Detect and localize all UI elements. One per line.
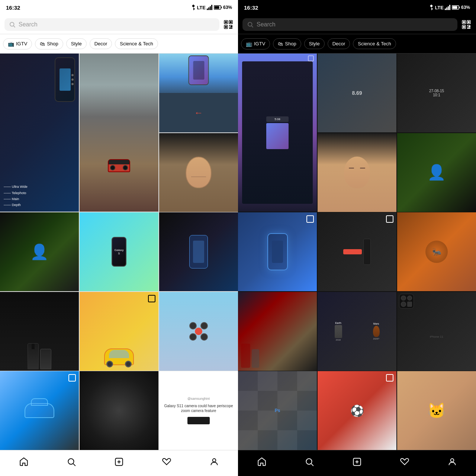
svg-line-8 [13, 26, 15, 27]
svg-rect-17 [229, 28, 232, 29]
shop-icon-right: 🛍 [278, 41, 283, 47]
grid-item-keyboard[interactable]: ← [159, 54, 238, 132]
svg-line-32 [251, 26, 253, 27]
pill-shop-right[interactable]: 🛍 Shop [273, 38, 301, 49]
search-input-right[interactable]: Search [242, 18, 457, 31]
nav-search-right[interactable] [302, 454, 317, 470]
nav-heart-right[interactable] [397, 454, 412, 470]
search-icon-left [9, 21, 16, 28]
nav-home-right[interactable] [254, 454, 270, 470]
main-label: Main [12, 197, 19, 201]
grid-item-galaxy-text[interactable]: @samsunghint Galaxy S11 camera could hav… [159, 371, 238, 450]
grid-item-samsung-galaxy[interactable]: GalaxyS [80, 212, 158, 291]
svg-point-47 [451, 459, 454, 462]
multi-badge-blue [306, 215, 314, 223]
nav-heart-left[interactable] [159, 454, 174, 470]
nav-add-right[interactable] [349, 454, 365, 470]
nav-profile-right[interactable] [444, 454, 460, 470]
search-bar-left: Search [0, 15, 238, 34]
grid-item-date-overlay[interactable]: 27-08-1510:1 [397, 54, 476, 132]
signal-icon [207, 5, 213, 10]
search-placeholder-right: Search [257, 21, 276, 28]
year-2019: 2019 [336, 339, 341, 341]
svg-rect-26 [448, 6, 449, 10]
grid-item-earth-mars[interactable]: Earth 2019 Mars 2029? [318, 292, 396, 371]
grid-item-car-outline[interactable] [0, 371, 79, 450]
svg-rect-10 [225, 21, 227, 23]
heart-icon-right [400, 457, 409, 467]
grid-item-drone[interactable] [159, 292, 238, 371]
search-bar-right: Search [238, 15, 476, 34]
search-input-left[interactable]: Search [4, 18, 219, 31]
search-nav-icon-left [67, 457, 76, 467]
signal-right: LTE [435, 5, 444, 10]
pill-style-right[interactable]: Style [304, 38, 325, 49]
svg-rect-38 [463, 26, 465, 28]
svg-rect-15 [229, 25, 230, 26]
svg-rect-27 [449, 5, 450, 10]
qr-icon-right[interactable] [461, 19, 472, 30]
grid-item-phone-dark[interactable]: ─── Ultra Wide ─── Telephoto ─── Main ──… [0, 54, 79, 212]
earth-label: Earth [335, 322, 341, 324]
grid-item-soccer[interactable]: ⚽ [318, 371, 396, 450]
grid-item-phone-xray[interactable] [159, 212, 238, 291]
svg-rect-36 [468, 21, 470, 23]
battery-text-right: 63% [461, 5, 470, 10]
grid-item-face1[interactable] [159, 133, 238, 212]
svg-rect-16 [231, 25, 232, 27]
pill-decor-right[interactable]: Decor [328, 38, 350, 49]
grid-item-iphone-camera[interactable]: iPhone 11 [397, 292, 476, 371]
grid-item-phone-screen-dark[interactable]: 5:08 [238, 54, 317, 212]
grid-item-person-dark2[interactable]: 👤 [397, 133, 476, 212]
nav-search-left[interactable] [64, 454, 79, 470]
pill-science-label-right: Science & Tech [358, 41, 391, 46]
profile-icon-left [209, 457, 219, 467]
grid-item-red-device[interactable] [318, 212, 396, 291]
svg-rect-24 [445, 9, 446, 10]
grid-item-ant-ball[interactable]: 🐜 [397, 212, 476, 291]
nav-home-left[interactable] [16, 454, 32, 470]
pill-igtv-left[interactable]: 📺 IGTV [3, 38, 32, 49]
nav-profile-left[interactable] [206, 454, 222, 470]
search-placeholder-left: Search [19, 21, 38, 28]
grid-item-person-dark[interactable]: 👤 [0, 212, 79, 291]
add-icon-right [352, 457, 362, 467]
battery-icon-left [214, 5, 222, 10]
pill-decor-label-left: Decor [94, 41, 107, 46]
ultra-wide-label: Ultra Wide [12, 185, 28, 189]
grid-item-joker[interactable] [238, 292, 317, 371]
content-grid-right: 5:08 8.69 27-08-1510:1 [238, 54, 476, 450]
grid-item-number-869[interactable]: 8.69 [318, 54, 396, 132]
pill-decor-left[interactable]: Decor [90, 38, 112, 49]
nav-add-left[interactable] [111, 454, 127, 470]
add-icon-left [114, 457, 124, 467]
pill-science-label-left: Science & Tech [120, 41, 153, 46]
svg-rect-0 [207, 9, 208, 10]
grid-item-3d-towers[interactable] [0, 292, 79, 371]
home-icon-left [19, 457, 29, 467]
pill-science-right[interactable]: Science & Tech [353, 38, 396, 49]
grid-item-kitten[interactable]: 🐱 [397, 371, 476, 450]
galaxy-feature-text: Galaxy S11 camera could have periscope z… [163, 403, 234, 413]
depth-label: Depth [12, 203, 21, 207]
pill-style-label-left: Style [71, 41, 82, 46]
pill-shop-left[interactable]: 🛍 Shop [35, 38, 63, 49]
bluetooth-icon [191, 4, 196, 10]
grid-item-blue-phone[interactable] [238, 212, 317, 291]
svg-point-23 [213, 459, 216, 462]
pill-science-left[interactable]: Science & Tech [115, 38, 158, 49]
pill-shop-label-right: Shop [285, 41, 296, 46]
multi-select-badge-car2 [68, 374, 76, 382]
battery-text-left: 63% [223, 5, 232, 10]
grid-item-yellow-car[interactable] [80, 292, 158, 371]
pill-igtv-right[interactable]: 📺 IGTV [241, 38, 270, 49]
grid-item-photoshop[interactable]: Ps [238, 371, 317, 450]
qr-icon-left[interactable] [223, 19, 234, 30]
grid-item-rc-car[interactable] [80, 54, 158, 212]
svg-rect-40 [469, 25, 470, 27]
grid-item-face-sleeping[interactable] [318, 133, 396, 212]
home-icon-right [257, 457, 267, 467]
grid-item-round-dark[interactable] [80, 371, 158, 450]
pill-style-left[interactable]: Style [66, 38, 87, 49]
svg-rect-1 [208, 7, 209, 10]
